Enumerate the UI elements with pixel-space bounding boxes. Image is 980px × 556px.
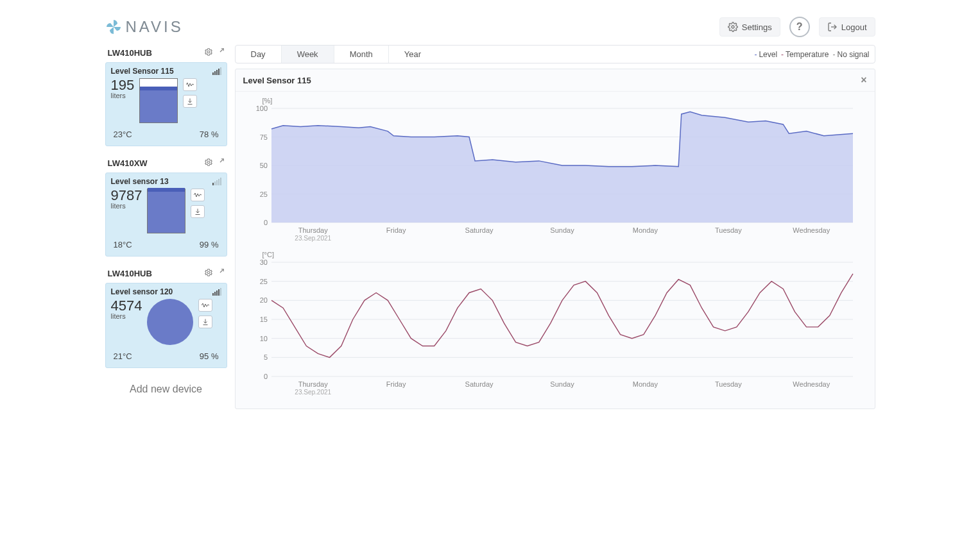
svg-text:5: 5 bbox=[263, 353, 267, 361]
svg-text:Thursday: Thursday bbox=[298, 380, 327, 388]
svg-line-7 bbox=[220, 269, 223, 273]
download-icon[interactable] bbox=[198, 316, 212, 328]
group-name: LW410HUB bbox=[108, 48, 152, 58]
close-panel-button[interactable]: × bbox=[861, 74, 866, 86]
add-device-button[interactable]: Add new device bbox=[105, 377, 227, 401]
device-sidebar: LW410HUB Level Sensor 115 195liters bbox=[105, 45, 227, 409]
svg-text:25: 25 bbox=[259, 190, 267, 198]
device-group: LW410XW Level sensor 13 9787liters bbox=[105, 155, 227, 257]
legend-temperature: -Temperature bbox=[781, 50, 829, 59]
download-icon[interactable] bbox=[191, 205, 205, 218]
sensor-card[interactable]: Level sensor 120 4574liters 21°C 95 % bbox=[105, 283, 227, 368]
temperature-readout: 23°C bbox=[114, 130, 132, 139]
settings-label: Settings bbox=[742, 22, 772, 32]
svg-text:0: 0 bbox=[263, 219, 267, 226]
expand-icon[interactable] bbox=[216, 47, 225, 58]
add-device-label: Add new device bbox=[130, 383, 202, 394]
group-name: LW410XW bbox=[108, 158, 148, 168]
svg-text:15: 15 bbox=[259, 316, 267, 323]
gear-icon[interactable] bbox=[204, 268, 213, 279]
main-panel: DayWeekMonthYear -Level -Temperature -No… bbox=[235, 45, 875, 409]
level-percent-readout: 99 % bbox=[200, 240, 219, 249]
svg-text:Monday: Monday bbox=[632, 380, 658, 388]
settings-button[interactable]: Settings bbox=[719, 17, 780, 37]
svg-point-2 bbox=[207, 51, 210, 53]
svg-text:50: 50 bbox=[259, 162, 267, 169]
waveform-icon[interactable] bbox=[191, 189, 205, 201]
volume-readout: 4574liters bbox=[111, 299, 142, 320]
volume-readout: 195liters bbox=[111, 78, 135, 99]
svg-text:100: 100 bbox=[255, 105, 267, 112]
timerange-tab-day[interactable]: Day bbox=[236, 46, 282, 63]
volume-readout: 9787liters bbox=[111, 189, 142, 210]
chart-legend: -Level -Temperature -No signal bbox=[754, 50, 874, 59]
svg-text:10: 10 bbox=[259, 335, 267, 342]
level-percent-readout: 78 % bbox=[200, 130, 219, 139]
signal-icon bbox=[212, 178, 221, 185]
timerange-tab-year[interactable]: Year bbox=[389, 46, 436, 63]
waveform-icon[interactable] bbox=[183, 78, 197, 91]
svg-text:23.Sep.2021: 23.Sep.2021 bbox=[295, 235, 331, 242]
level-chart-ylabel: [%] bbox=[262, 97, 867, 105]
svg-point-6 bbox=[207, 271, 210, 274]
svg-text:20: 20 bbox=[259, 296, 267, 304]
svg-text:23.Sep.2021: 23.Sep.2021 bbox=[295, 389, 331, 396]
legend-nosignal: -No signal bbox=[832, 50, 869, 59]
device-group: LW410HUB Level sensor 120 4574liters bbox=[105, 265, 227, 368]
level-percent-readout: 95 % bbox=[200, 351, 219, 361]
tank-gauge-icon bbox=[147, 189, 185, 233]
sensor-card[interactable]: Level sensor 13 9787liters 18°C 99 % bbox=[105, 173, 227, 257]
svg-line-5 bbox=[220, 159, 223, 162]
sensor-title: Level sensor 120 bbox=[111, 287, 173, 296]
svg-text:Tuesday: Tuesday bbox=[714, 226, 741, 234]
signal-icon bbox=[212, 288, 221, 296]
svg-text:Monday: Monday bbox=[632, 226, 658, 234]
tank-gauge-icon bbox=[147, 299, 193, 345]
timerange-tab-month[interactable]: Month bbox=[334, 46, 389, 63]
help-button[interactable]: ? bbox=[789, 17, 810, 37]
svg-text:Tuesday: Tuesday bbox=[714, 380, 741, 388]
svg-text:Sunday: Sunday bbox=[550, 226, 574, 234]
svg-text:Wednesday: Wednesday bbox=[793, 226, 830, 234]
question-icon: ? bbox=[796, 21, 803, 33]
temperature-chart: 051015202530Thursday23.Sep.2021FridaySat… bbox=[243, 258, 859, 400]
svg-text:25: 25 bbox=[259, 278, 267, 285]
gear-icon bbox=[728, 22, 738, 32]
svg-text:30: 30 bbox=[259, 258, 267, 266]
logout-icon bbox=[827, 22, 838, 32]
timerange-tabs: DayWeekMonthYear -Level -Temperature -No… bbox=[235, 45, 875, 63]
svg-text:Saturday: Saturday bbox=[465, 226, 494, 234]
chart-panel: Level Sensor 115 × [%] 0255075100Thursda… bbox=[235, 69, 875, 409]
expand-icon[interactable] bbox=[216, 268, 225, 279]
timerange-tab-week[interactable]: Week bbox=[282, 46, 334, 63]
sensor-title: Level sensor 13 bbox=[111, 177, 169, 186]
gear-icon[interactable] bbox=[204, 158, 213, 169]
logout-label: Logout bbox=[841, 22, 867, 32]
svg-point-4 bbox=[207, 161, 210, 164]
signal-icon bbox=[212, 67, 221, 75]
brand-logo: NAVIS bbox=[105, 18, 184, 36]
svg-text:Sunday: Sunday bbox=[550, 380, 574, 388]
legend-level: -Level bbox=[754, 50, 777, 59]
brand-name: NAVIS bbox=[126, 18, 184, 36]
svg-point-0 bbox=[732, 26, 734, 28]
sensor-title: Level Sensor 115 bbox=[111, 67, 174, 76]
svg-text:Wednesday: Wednesday bbox=[793, 380, 830, 388]
gear-icon[interactable] bbox=[204, 47, 213, 58]
svg-text:Thursday: Thursday bbox=[298, 226, 327, 234]
temperature-readout: 21°C bbox=[114, 351, 132, 361]
device-group: LW410HUB Level Sensor 115 195liters bbox=[105, 45, 227, 146]
navis-pinwheel-icon bbox=[105, 19, 122, 35]
download-icon[interactable] bbox=[183, 95, 197, 108]
tank-gauge-icon bbox=[139, 78, 178, 123]
svg-text:Friday: Friday bbox=[386, 226, 406, 234]
svg-text:Friday: Friday bbox=[386, 380, 406, 388]
level-chart: 0255075100Thursday23.Sep.2021FridaySatur… bbox=[243, 105, 859, 246]
svg-text:0: 0 bbox=[263, 373, 267, 380]
panel-title: Level Sensor 115 bbox=[243, 76, 311, 85]
temp-chart-ylabel: [°C] bbox=[262, 251, 867, 258]
waveform-icon[interactable] bbox=[198, 299, 212, 312]
sensor-card[interactable]: Level Sensor 115 195liters 23°C 78 % bbox=[105, 62, 227, 146]
logout-button[interactable]: Logout bbox=[819, 17, 875, 37]
expand-icon[interactable] bbox=[216, 158, 225, 169]
